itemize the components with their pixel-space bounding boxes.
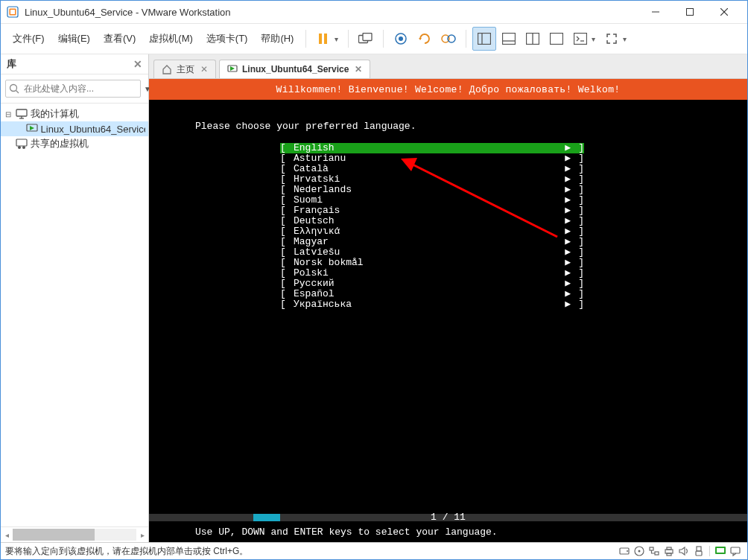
status-network-icon[interactable] xyxy=(647,544,661,558)
scroll-right-icon[interactable]: ▸ xyxy=(136,531,148,539)
menu-tabs[interactable]: 选项卡(T) xyxy=(200,28,254,50)
sidebar-close-icon[interactable]: ✕ xyxy=(133,58,142,70)
search-input[interactable] xyxy=(22,83,137,95)
submenu-arrow-icon: ▶ xyxy=(562,289,571,299)
svg-marker-48 xyxy=(679,547,685,555)
bracket-left: [ xyxy=(280,216,294,226)
language-option[interactable]: [ Français▶ ] xyxy=(280,206,584,216)
thumbnail-bar-button[interactable] xyxy=(498,28,520,50)
language-option[interactable]: [ English▶ ] xyxy=(280,143,584,153)
status-cd-icon[interactable] xyxy=(633,544,646,558)
sidebar-search: ▼ xyxy=(1,74,148,104)
snapshot-manager-button[interactable] xyxy=(437,28,460,50)
vmware-logo-icon xyxy=(7,6,19,18)
pause-button[interactable] xyxy=(312,28,335,50)
language-option[interactable]: [ Nederlands▶ ] xyxy=(280,185,584,195)
language-name: Nederlands xyxy=(294,185,562,195)
close-button[interactable] xyxy=(707,1,741,23)
language-name: Asturianu xyxy=(294,153,562,164)
tree-node-linux-vm[interactable]: Linux_Ubuntu64_Service xyxy=(1,121,148,136)
language-option[interactable]: [ Asturianu▶ ] xyxy=(280,153,584,164)
svg-marker-36 xyxy=(230,66,235,71)
bracket-left: [ xyxy=(280,258,294,268)
submenu-arrow-icon: ▶ xyxy=(562,174,571,185)
installer-prompt: Please choose your preferred language. xyxy=(195,121,416,132)
language-option[interactable]: [ Latviešu▶ ] xyxy=(280,247,584,258)
fullscreen-button[interactable] xyxy=(545,28,568,50)
vm-display[interactable]: Willkommen! Bienvenue! Welcome! Добро по… xyxy=(149,79,747,542)
search-box[interactable] xyxy=(5,80,141,98)
scroll-left-icon[interactable]: ◂ xyxy=(1,531,13,539)
language-option[interactable]: [ Polski▶ ] xyxy=(280,268,584,279)
menu-vm[interactable]: 虚拟机(M) xyxy=(143,28,199,50)
console-view-button[interactable] xyxy=(569,28,592,50)
svg-rect-53 xyxy=(731,547,740,553)
sidebar: 库 ✕ ▼ ⊟ 我的计算机 xyxy=(1,54,149,542)
console-dropdown-icon[interactable]: ▾ xyxy=(592,35,599,43)
menu-view[interactable]: 查看(V) xyxy=(98,28,142,50)
tree-node-shared-vm[interactable]: 共享的虚拟机 xyxy=(1,136,148,151)
language-option[interactable]: [ Magyar▶ ] xyxy=(280,237,584,247)
bracket-right: ] xyxy=(571,185,584,195)
language-option[interactable]: [ Українська▶ ] xyxy=(280,299,584,310)
language-option[interactable]: [ Hrvatski▶ ] xyxy=(280,174,584,185)
tab-vm[interactable]: Linux_Ubuntu64_Service ✕ xyxy=(219,60,370,78)
status-message-icon[interactable] xyxy=(729,544,742,558)
menubar: 文件(F) 编辑(E) 查看(V) 虚拟机(M) 选项卡(T) 帮助(H) ▾ xyxy=(1,24,747,54)
scrollbar-thumb[interactable] xyxy=(13,529,95,541)
show-library-button[interactable] xyxy=(472,27,496,51)
language-option[interactable]: [ Ελληνικά▶ ] xyxy=(280,226,584,237)
submenu-arrow-icon: ▶ xyxy=(562,268,571,279)
tab-close-icon[interactable]: ✕ xyxy=(200,64,208,74)
language-option[interactable]: [ Español▶ ] xyxy=(280,289,584,299)
content-area: 主页 ✕ Linux_Ubuntu64_Service ✕ Willkommen… xyxy=(149,54,747,542)
language-option[interactable]: [ Norsk bokmål▶ ] xyxy=(280,258,584,268)
expand-icon[interactable]: ⊟ xyxy=(4,110,13,118)
status-printer-icon[interactable] xyxy=(662,544,676,558)
tab-home[interactable]: 主页 ✕ xyxy=(153,60,216,78)
tab-close-icon[interactable]: ✕ xyxy=(355,64,362,74)
bracket-right: ] xyxy=(571,143,584,153)
menu-edit[interactable]: 编辑(E) xyxy=(52,28,96,50)
status-usb-icon[interactable] xyxy=(692,544,706,558)
progress-label: 1 / 11 xyxy=(149,512,747,523)
vm-running-icon xyxy=(227,64,238,74)
stretch-dropdown-icon[interactable]: ▾ xyxy=(623,35,630,43)
svg-rect-27 xyxy=(16,109,27,116)
menu-file[interactable]: 文件(F) xyxy=(7,28,51,50)
svg-line-26 xyxy=(16,91,19,94)
sidebar-scrollbar: ◂ ▸ xyxy=(1,526,148,542)
pause-dropdown-icon[interactable]: ▾ xyxy=(335,35,342,43)
language-option[interactable]: [ Català▶ ] xyxy=(280,164,584,174)
language-name: English xyxy=(294,143,562,153)
svg-marker-13 xyxy=(419,38,422,40)
scrollbar-track[interactable] xyxy=(13,529,136,541)
snapshot-revert-button[interactable] xyxy=(413,28,436,50)
send-ctrl-alt-del-button[interactable] xyxy=(355,28,377,50)
quick-switch-button[interactable] xyxy=(522,28,544,50)
language-list[interactable]: [ English▶ ][ Asturianu▶ ][ Català▶ ][ H… xyxy=(280,143,584,310)
submenu-arrow-icon: ▶ xyxy=(562,153,571,164)
status-disk-icon[interactable] xyxy=(618,544,631,558)
language-option[interactable]: [ Русский▶ ] xyxy=(280,279,584,289)
language-option[interactable]: [ Deutsch▶ ] xyxy=(280,216,584,226)
language-option[interactable]: [ Suomi▶ ] xyxy=(280,195,584,206)
tree-node-my-computer[interactable]: ⊟ 我的计算机 xyxy=(1,106,148,121)
bracket-left: [ xyxy=(280,247,294,258)
svg-rect-52 xyxy=(717,548,724,553)
status-sound-icon[interactable] xyxy=(677,544,691,558)
svg-rect-45 xyxy=(665,550,673,553)
bracket-right: ] xyxy=(571,226,584,237)
bracket-left: [ xyxy=(280,164,294,174)
language-name: Español xyxy=(294,289,562,299)
snapshot-take-button[interactable] xyxy=(390,28,412,50)
svg-rect-32 xyxy=(16,139,27,146)
svg-rect-43 xyxy=(650,547,653,550)
stretch-guest-button[interactable] xyxy=(600,28,623,50)
minimize-button[interactable] xyxy=(638,1,673,23)
bracket-left: [ xyxy=(280,226,294,237)
maximize-button[interactable] xyxy=(673,1,707,23)
svg-rect-18 xyxy=(503,34,516,45)
menu-help[interactable]: 帮助(H) xyxy=(255,28,299,50)
status-vmtools-icon[interactable] xyxy=(714,544,727,558)
